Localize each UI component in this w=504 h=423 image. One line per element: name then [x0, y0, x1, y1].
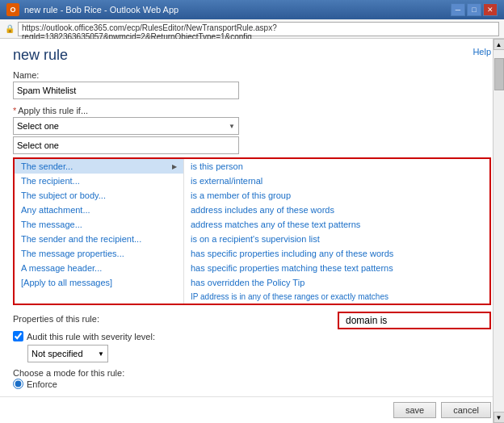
properties-section: Properties of this rule: domain is Audit… — [13, 312, 491, 362]
footer: save cancel — [0, 396, 504, 423]
right-item-overridden-policy[interactable]: has overridden the Policy Tip — [184, 275, 489, 290]
scrollbar-up[interactable]: ▲ — [494, 39, 505, 50]
dropdown-item-message[interactable]: The message... — [15, 217, 183, 232]
right-item-member-group[interactable]: is a member of this group — [184, 188, 489, 203]
dropdown-item-attachment[interactable]: Any attachment... — [15, 203, 183, 217]
address-url[interactable]: https://outlook.office365.com/ecp/RulesE… — [18, 22, 499, 36]
close-button[interactable]: ✕ — [483, 3, 498, 16]
save-button[interactable]: save — [393, 402, 436, 418]
dropdown-item-message-props-label: The message properties... — [21, 249, 124, 258]
enforce-radio-row: Enforce — [13, 379, 491, 389]
dropdown-item-sender-label: The sender... — [21, 161, 73, 171]
app-icon: O — [6, 3, 19, 16]
dropdown-item-all-messages-label: [Apply to all messages] — [21, 278, 112, 287]
scrollbar[interactable]: ▲ ▼ — [493, 39, 504, 423]
address-icon: 🔒 — [5, 24, 15, 33]
dropdown-left-pane: The sender... ▶ The recipient... The sub… — [15, 159, 184, 304]
maximize-button[interactable]: □ — [467, 3, 481, 16]
severity-label: Not specified — [32, 349, 83, 358]
select-one-dropdown-2[interactable]: Select one — [13, 136, 239, 154]
mode-label: Choose a mode for this rule: — [13, 368, 124, 378]
select-one-dropdown-1[interactable]: Select one ▼ — [13, 117, 239, 135]
select-one-label-2: Select one — [17, 140, 59, 150]
enforce-label: Enforce — [27, 379, 57, 389]
name-label: Name: — [13, 70, 491, 80]
dropdown-item-subject[interactable]: The subject or body... — [15, 188, 183, 203]
enforce-radio[interactable] — [13, 379, 23, 389]
audit-checkbox-row: Audit this rule with severity level: — [13, 331, 491, 341]
scrollbar-down[interactable]: ▼ — [494, 412, 505, 423]
name-input[interactable] — [13, 82, 239, 99]
right-item-specific-props-patterns[interactable]: has specific properties matching these t… — [184, 261, 489, 275]
page-header: new rule Help — [0, 39, 504, 67]
audit-label: Audit this rule with severity level: — [27, 332, 155, 341]
dropdown-item-sender[interactable]: The sender... ▶ — [15, 159, 183, 174]
right-item-supervision-list[interactable]: is on a recipient's supervision list — [184, 232, 489, 246]
dropdown-item-message-props[interactable]: The message properties... — [15, 246, 183, 261]
dropdown-arrow-1: ▼ — [229, 123, 235, 130]
right-item-includes-words[interactable]: address includes any of these words — [184, 203, 489, 217]
titlebar-left: O new rule - Bob Rice - Outlook Web App — [6, 3, 178, 16]
dropdown-item-msg-header[interactable]: A message header... — [15, 261, 183, 275]
right-item-external-internal[interactable]: is external/internal — [184, 174, 489, 188]
dropdown-item-attachment-label: Any attachment... — [21, 205, 90, 215]
dropdown-right-pane: is this person is external/internal is a… — [184, 159, 489, 304]
select-one-label-1: Select one — [17, 121, 59, 131]
main-content: ▲ ▼ new rule Help Name: Apply this rule … — [0, 39, 504, 423]
scrollbar-track — [494, 50, 505, 412]
right-item-matches-patterns[interactable]: address matches any of these text patter… — [184, 217, 489, 232]
severity-select[interactable]: Not specified ▼ — [27, 345, 108, 362]
titlebar: O new rule - Bob Rice - Outlook Web App … — [0, 0, 504, 19]
mode-section: Choose a mode for this rule: Enforce — [13, 367, 491, 389]
dropdown-item-sender-recipient-label: The sender and the recipient... — [21, 234, 141, 244]
domain-is-highlight: domain is — [338, 312, 491, 329]
dropdown-item-sender-recipient[interactable]: The sender and the recipient... — [15, 232, 183, 246]
cancel-button[interactable]: cancel — [441, 402, 491, 418]
right-item-ip-ranges[interactable]: IP address is in any of these ranges or … — [184, 290, 489, 304]
severity-arrow: ▼ — [98, 350, 104, 358]
dropdown-item-msg-header-label: A message header... — [21, 263, 102, 273]
addressbar: 🔒 https://outlook.office365.com/ecp/Rule… — [0, 19, 504, 39]
dropdown-item-all-messages[interactable]: [Apply to all messages] — [15, 275, 183, 290]
properties-label: Properties of this rule: — [13, 314, 99, 324]
audit-checkbox[interactable] — [13, 331, 23, 341]
titlebar-title: new rule - Bob Rice - Outlook Web App — [24, 5, 178, 15]
dropdown-item-recipient[interactable]: The recipient... — [15, 174, 183, 188]
scrollbar-thumb[interactable] — [494, 58, 504, 90]
dropdown-item-message-label: The message... — [21, 220, 82, 229]
dropdown-item-recipient-label: The recipient... — [21, 176, 80, 186]
window-controls: ─ □ ✕ — [451, 3, 498, 16]
apply-rule-label: Apply this rule if... — [13, 106, 491, 115]
dropdown-container: The sender... ▶ The recipient... The sub… — [13, 157, 491, 305]
page-title: new rule — [13, 47, 68, 64]
dropdown-item-subject-label: The subject or body... — [21, 191, 106, 200]
domain-is-label: domain is — [346, 315, 387, 326]
right-item-this-person[interactable]: is this person — [184, 159, 489, 174]
form-area: Name: Apply this rule if... Select one ▼… — [0, 67, 504, 396]
minimize-button[interactable]: ─ — [451, 3, 465, 16]
help-link[interactable]: Help — [472, 47, 491, 57]
sender-chevron: ▶ — [172, 163, 177, 170]
right-item-specific-props-words[interactable]: has specific properties including any of… — [184, 246, 489, 261]
